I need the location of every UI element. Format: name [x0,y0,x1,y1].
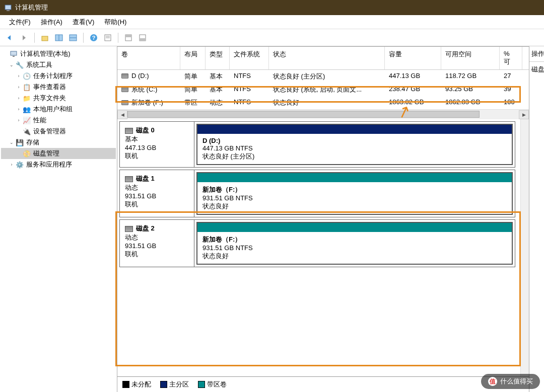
drive-icon [121,87,128,92]
partition[interactable]: 新加卷（F:） 931.51 GB NTFS 状态良好 [196,172,513,215]
col-capacity[interactable]: 容量 [385,47,441,69]
clock-icon: 🕒 [22,72,31,80]
disk-icon [125,226,133,232]
scroll-left-icon[interactable]: ◀ [117,110,127,119]
actions-item[interactable]: 磁盘 [529,62,544,77]
expand-icon[interactable]: › [15,96,22,101]
expand-icon[interactable]: › [15,73,22,79]
disk-graphical-view[interactable]: 磁盘 0 基本 447.13 GB 联机 D (D:) 447.13 GB NT… [117,119,520,376]
tree-local-users[interactable]: › 👥 本地用户和组 [1,104,116,115]
volume-row[interactable]: D (D:)简单基本NTFS状态良好 (主分区)447.13 GB118.72 … [117,70,529,83]
volume-row[interactable]: 系统 (C:)简单基本NTFS状态良好 (系统, 启动, 页面文...238.4… [117,83,529,96]
disk-icon [125,176,133,182]
expand-icon[interactable]: › [15,107,22,112]
forward-button[interactable] [18,32,30,44]
drive-icon [121,73,128,79]
tree-shared-folders[interactable]: › 📁 共享文件夹 [1,93,116,104]
menu-file[interactable]: 文件(F) [4,16,36,29]
partition[interactable]: 新加卷（F:） 931.51 GB NTFS 状态良好 [196,222,513,265]
disk-row[interactable]: 磁盘 2 动态 931.51 GB 联机 新加卷（F:） 931.51 GB N… [119,219,515,267]
title-bar: 计算机管理 [0,0,544,15]
menu-view[interactable]: 查看(V) [67,16,99,29]
users-icon: 👥 [22,105,31,113]
legend-swatch-unallocated [122,381,129,388]
tree-root[interactable]: 计算机管理(本地) [1,48,116,59]
back-button[interactable] [4,32,16,44]
scroll-right-icon[interactable]: ▶ [519,110,529,119]
view-detail-icon[interactable] [67,32,79,44]
vertical-scrollbar[interactable] [520,119,529,376]
window-title: 计算机管理 [15,3,48,12]
event-icon: 📋 [22,83,31,91]
volume-header-row: 卷 布局 类型 文件系统 状态 容量 可用空间 % 可 [117,47,529,70]
help-icon[interactable]: ? [88,32,100,44]
partition-header [197,223,512,232]
col-pct[interactable]: % 可 [500,47,522,69]
tree-performance[interactable]: › 📈 性能 [1,115,116,126]
scroll-thumb[interactable] [127,111,480,118]
disk-partition-area: D (D:) 447.13 GB NTFS 状态良好 (主分区) [194,122,515,167]
col-volume[interactable]: 卷 [117,47,180,69]
content-pane: 卷 布局 类型 文件系统 状态 容量 可用空间 % 可 D (D:)简单基本NT… [117,46,529,392]
horizontal-scrollbar[interactable]: ◀ ▶ [117,109,529,119]
disk-info: 磁盘 1 动态 931.51 GB 联机 [120,170,194,217]
tools-icon: 🔧 [15,61,24,69]
watermark: 值 什么值得买 [481,374,540,389]
svg-rect-0 [5,5,11,10]
tree-system-tools[interactable]: ⌄ 🔧 系统工具 [1,59,116,70]
col-type[interactable]: 类型 [206,47,230,69]
app-icon [4,4,12,12]
svg-rect-1 [7,10,10,11]
col-status[interactable]: 状态 [269,47,385,69]
disk-partition-area: 新加卷（F:） 931.51 GB NTFS 状态良好 [194,220,515,267]
svg-rect-16 [11,51,17,55]
tree-event-viewer[interactable]: › 📋 事件查看器 [1,82,116,93]
tree-disk-management[interactable]: 📀 磁盘管理 [1,148,116,159]
disk-partition-area: 新加卷（F:） 931.51 GB NTFS 状态良好 [194,170,515,217]
computer-icon [9,50,18,58]
expand-icon[interactable]: › [8,162,15,167]
properties-icon[interactable] [102,32,114,44]
device-icon: 🔌 [22,127,31,135]
tree-task-scheduler[interactable]: › 🕒 任务计划程序 [1,70,116,82]
watermark-logo-icon: 值 [488,377,497,386]
view-bottom-icon[interactable] [137,32,149,44]
tree-storage[interactable]: ⌄ 💾 存储 [1,137,116,148]
volume-list[interactable]: 卷 布局 类型 文件系统 状态 容量 可用空间 % 可 D (D:)简单基本NT… [117,47,529,109]
folder-share-icon: 📁 [22,94,31,102]
disk-info: 磁盘 0 基本 447.13 GB 联机 [120,122,194,167]
collapse-icon[interactable]: ⌄ [8,62,15,67]
svg-rect-15 [140,38,146,41]
volume-row[interactable]: 新加卷 (F:)带区动态NTFS状态良好1863.02 GB1862.83 GB… [117,96,529,109]
disk-info: 磁盘 2 动态 931.51 GB 联机 [120,220,194,267]
storage-icon: 💾 [15,138,24,146]
svg-rect-13 [125,35,131,37]
svg-rect-2 [42,36,48,41]
toolbar: ? [0,29,544,46]
expand-icon[interactable]: › [15,85,22,90]
disk-row[interactable]: 磁盘 1 动态 931.51 GB 联机 新加卷（F:） 931.51 GB N… [119,170,515,217]
legend-swatch-striped [198,381,205,388]
navigation-tree[interactable]: 计算机管理(本地) ⌄ 🔧 系统工具 › 🕒 任务计划程序 › 📋 事件查看器 … [0,46,117,392]
up-button[interactable] [39,32,51,44]
collapse-icon[interactable]: ⌄ [8,140,15,145]
perf-icon: 📈 [22,116,31,124]
col-free[interactable]: 可用空间 [441,47,500,69]
actions-pane: 操作 磁盘 [529,46,544,392]
menu-help[interactable]: 帮助(H) [99,16,131,29]
tree-services[interactable]: › ⚙️ 服务和应用程序 [1,159,116,170]
view-list-icon[interactable] [53,32,65,44]
expand-icon[interactable]: › [15,118,22,123]
legend-swatch-primary [160,381,167,388]
disk-row[interactable]: 磁盘 0 基本 447.13 GB 联机 D (D:) 447.13 GB NT… [119,121,515,168]
tree-device-manager[interactable]: 🔌 设备管理器 [1,126,116,137]
menu-bar: 文件(F) 操作(A) 查看(V) 帮助(H) [0,15,544,29]
partition-header [197,173,512,182]
svg-text:?: ? [92,35,96,41]
view-top-icon[interactable] [122,32,134,44]
actions-header: 操作 [529,46,544,62]
menu-action[interactable]: 操作(A) [36,16,67,29]
col-layout[interactable]: 布局 [180,47,206,69]
col-fs[interactable]: 文件系统 [230,47,269,69]
partition[interactable]: D (D:) 447.13 GB NTFS 状态良好 (主分区) [196,124,513,165]
